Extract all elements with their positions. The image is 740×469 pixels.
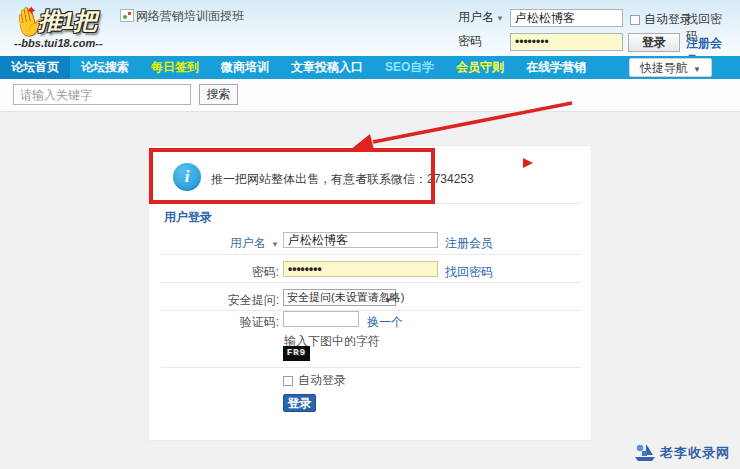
form-find-password-link[interactable]: 找回密码 xyxy=(445,264,493,281)
divider xyxy=(161,282,581,283)
quick-password-input[interactable] xyxy=(510,33,623,51)
nav-item-article-submit[interactable]: 文章投稿入口 xyxy=(280,56,374,79)
captcha-change-link[interactable]: 换一个 xyxy=(367,314,403,331)
search-strip: 搜索 xyxy=(0,79,740,112)
quick-login-bar: 用户名▼ 自动登录 找回密码 密码 登录 注册会员 xyxy=(458,7,733,53)
search-input[interactable] xyxy=(13,84,191,105)
logo-domain: --bbs.tui18.com-- xyxy=(14,37,103,49)
form-password-input[interactable] xyxy=(283,261,438,277)
username-label: 用户名▼ xyxy=(458,9,504,26)
quick-auto-login-label: 自动登录 xyxy=(644,11,692,28)
form-password-label: 密码: xyxy=(149,264,279,281)
password-label: 密码 xyxy=(458,33,504,50)
form-security-label: 安全提问: xyxy=(149,292,279,309)
page: ✋ ✦ 推1把 --bbs.tui18.com-- 网络营销培训面授班 用户名▼… xyxy=(0,0,740,469)
form-captcha-input[interactable] xyxy=(283,311,359,327)
nav-item-daily-signin[interactable]: 每日签到 xyxy=(140,56,210,79)
logo-title: 推1把 xyxy=(38,5,96,37)
form-auto-login-label: 自动登录 xyxy=(298,372,346,389)
quick-auto-login-checkbox[interactable] xyxy=(630,15,640,25)
watermark-logo-icon xyxy=(634,443,656,463)
training-ad-link[interactable]: 网络营销培训面授班 xyxy=(120,9,244,23)
login-form-title: 用户登录 xyxy=(164,209,212,226)
form-captcha-label: 验证码: xyxy=(149,314,279,331)
chevron-down-icon[interactable]: ▼ xyxy=(496,14,504,23)
nav-item-forum-search[interactable]: 论坛搜索 xyxy=(70,56,140,79)
content-panel: i 推一把网站整体出售，有意者联系微信：2734253 用户登录 用户名 ▼ 注… xyxy=(148,145,592,441)
footer-watermark: 老李收录网 xyxy=(634,443,730,463)
security-question-select[interactable]: ▼ 安全提问(未设置请忽略) xyxy=(283,289,396,306)
watermark-text: 老李收录网 xyxy=(660,444,730,462)
chevron-down-icon: ▼ xyxy=(271,240,279,249)
top-header: ✋ ✦ 推1把 --bbs.tui18.com-- 网络营销培训面授班 用户名▼… xyxy=(0,0,740,56)
nav-item-forum-home[interactable]: 论坛首页 xyxy=(0,56,70,79)
form-register-link[interactable]: 注册会员 xyxy=(445,235,493,252)
divider xyxy=(161,254,581,255)
divider xyxy=(161,310,581,311)
chevron-down-icon: ▼ xyxy=(693,65,701,74)
form-username-label[interactable]: 用户名 ▼ xyxy=(149,235,279,252)
nav-item-member-rules[interactable]: 会员守则 xyxy=(445,56,515,79)
quick-username-input[interactable] xyxy=(510,9,623,27)
info-icon: i xyxy=(173,163,201,191)
search-button[interactable]: 搜索 xyxy=(199,84,238,105)
divider xyxy=(161,367,581,368)
form-auto-login-checkbox[interactable] xyxy=(283,376,293,386)
login-button[interactable]: 登录 xyxy=(283,394,316,412)
quick-nav-button[interactable]: 快捷导航 ▼ xyxy=(629,58,712,77)
burst-icon: ✦ xyxy=(26,3,37,18)
divider xyxy=(161,203,581,204)
nav-item-online-marketing[interactable]: 在线学营销 xyxy=(515,56,597,79)
captcha-image[interactable]: FR9 xyxy=(283,346,310,361)
quick-login-button[interactable]: 登录 xyxy=(628,33,680,52)
ad-text: 网络营销培训面授班 xyxy=(136,9,244,23)
main-nav: 论坛首页 论坛搜索 每日签到 微商培训 文章投稿入口 SEO自学 会员守则 在线… xyxy=(0,56,740,79)
form-username-input[interactable] xyxy=(283,232,438,248)
nav-item-wechat-training[interactable]: 微商培训 xyxy=(210,56,280,79)
nav-item-seo-selfstudy[interactable]: SEO自学 xyxy=(374,56,445,79)
broken-image-icon xyxy=(120,9,134,22)
notice-row: i 推一把网站整体出售，有意者联系微信：2734253 xyxy=(149,146,591,203)
notice-text: 推一把网站整体出售，有意者联系微信：2734253 xyxy=(211,171,474,188)
site-logo[interactable]: ✋ ✦ 推1把 --bbs.tui18.com-- xyxy=(12,3,122,53)
